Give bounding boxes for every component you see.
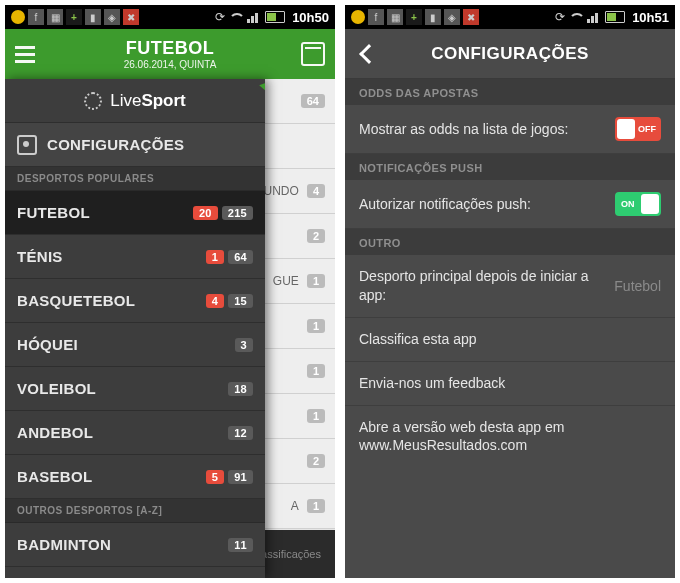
sport-name: VOLEIBOL — [17, 380, 96, 397]
sport-item[interactable]: HÓQUEI3 — [5, 323, 265, 367]
header-subtitle: 26.06.2014, QUINTA — [39, 59, 301, 70]
sport-item[interactable]: BASQUETEBOL415 — [5, 279, 265, 323]
brand-row: LiveSport — [5, 79, 265, 123]
row-show-odds[interactable]: Mostrar as odds na lista de jogos: OFF — [345, 105, 675, 154]
toggle-state: ON — [621, 199, 635, 209]
bg-row-count: 1 — [307, 319, 325, 333]
app-header: FUTEBOL 26.06.2014, QUINTA — [5, 29, 335, 79]
section-odds: ODDS DAS APOSTAS — [345, 79, 675, 105]
total-count-badge: 215 — [222, 206, 253, 220]
app-icon: ▮ — [425, 9, 441, 25]
battery-icon — [265, 11, 285, 23]
sport-name: TÉNIS — [17, 248, 63, 265]
calendar-icon: ▦ — [387, 9, 403, 25]
total-count-badge: 64 — [228, 250, 253, 264]
clock: 10h51 — [632, 10, 669, 25]
brand-suffix: Sport — [141, 91, 185, 110]
plus-icon: + — [406, 9, 422, 25]
wifi-icon — [569, 11, 583, 23]
livesport-logo-icon — [84, 92, 102, 110]
row-label: Envia-nos um feedback — [359, 374, 661, 393]
sync-icon: ⟳ — [215, 10, 225, 24]
live-count-badge: 1 — [206, 250, 224, 264]
other-sports-section-header: OUTROS DESPORTOS [A-Z] — [5, 499, 265, 523]
row-label: Desporto principal depois de iniciar a a… — [359, 267, 614, 305]
settings-menu-item[interactable]: CONFIGURAÇÕES — [5, 123, 265, 167]
total-count-badge: 3 — [235, 338, 253, 352]
plus-icon: + — [66, 9, 82, 25]
notification-icon — [11, 10, 25, 24]
bg-row-count: 2 — [307, 229, 325, 243]
section-push: NOTIFICAÇÕES PUSH — [345, 154, 675, 180]
row-default-sport[interactable]: Desporto principal depois de iniciar a a… — [345, 255, 675, 318]
live-count-badge: 4 — [206, 294, 224, 308]
total-count-badge: 12 — [228, 426, 253, 440]
total-count-badge: 11 — [228, 538, 253, 552]
row-feedback[interactable]: Envia-nos um feedback — [345, 362, 675, 406]
sync-icon: ⟳ — [555, 10, 565, 24]
row-rate-app[interactable]: Classifica esta app — [345, 318, 675, 362]
toggle-push[interactable]: ON — [615, 192, 661, 216]
row-label: Mostrar as odds na lista de jogos: — [359, 120, 615, 139]
sport-name: ANDEBOL — [17, 424, 93, 441]
row-label: Autorizar notificações push: — [359, 195, 615, 214]
settings-label: CONFIGURAÇÕES — [47, 136, 184, 153]
total-count-badge: 91 — [228, 470, 253, 484]
menu-button[interactable] — [15, 42, 39, 66]
wifi-icon — [229, 11, 243, 23]
sport-name: BASEBOL — [17, 468, 92, 485]
facebook-icon: f — [368, 9, 384, 25]
page-title: CONFIGURAÇÕES — [357, 44, 663, 64]
tag-icon: ◈ — [444, 9, 460, 25]
row-label: Abre a versão web desta app em www.MeusR… — [359, 418, 661, 456]
settings-body: ODDS DAS APOSTAS Mostrar as odds na list… — [345, 79, 675, 578]
section-other: OUTRO — [345, 229, 675, 255]
bg-row-count: 2 — [307, 454, 325, 468]
gear-icon — [17, 135, 37, 155]
live-count-badge: 5 — [206, 470, 224, 484]
row-web-version[interactable]: Abre a versão web desta app em www.MeusR… — [345, 406, 675, 468]
sport-name: BADMINTON — [17, 536, 111, 553]
sport-item[interactable]: BADMINTON11 — [5, 523, 265, 567]
navigation-drawer: LiveSport CONFIGURAÇÕES DESPORTOS POPULA… — [5, 79, 265, 578]
sport-item[interactable]: ANDEBOL12 — [5, 411, 265, 455]
bg-row-label: A — [291, 499, 299, 513]
calendar-button[interactable] — [301, 42, 325, 66]
sport-item[interactable]: TÉNIS164 — [5, 235, 265, 279]
bg-row-count: 64 — [301, 94, 325, 108]
bg-row-count: 1 — [307, 364, 325, 378]
brand-prefix: Live — [110, 91, 141, 110]
bg-row-label: GUE — [273, 274, 299, 288]
sport-item[interactable]: FUTEBOL20215 — [5, 191, 265, 235]
row-push-auth[interactable]: Autorizar notificações push: ON — [345, 180, 675, 229]
settings-header: CONFIGURAÇÕES — [345, 29, 675, 79]
app-icon: ▮ — [85, 9, 101, 25]
bg-row-count: 4 — [307, 184, 325, 198]
signal-icon — [587, 11, 601, 23]
phone-left-drawer-screen: f ▦ + ▮ ◈ ✖ ⟳ 10h50 FUTEBOL 26.06.2014, … — [5, 5, 335, 578]
clock: 10h50 — [292, 10, 329, 25]
tutorial-arrow-icon — [259, 79, 265, 112]
tag-icon: ◈ — [104, 9, 120, 25]
row-value: Futebol — [614, 278, 661, 294]
cross-icon: ✖ — [463, 9, 479, 25]
signal-icon — [247, 11, 261, 23]
bg-row-count: 1 — [307, 409, 325, 423]
status-bar: f ▦ + ▮ ◈ ✖ ⟳ 10h50 — [5, 5, 335, 29]
sport-name: FUTEBOL — [17, 204, 90, 221]
sport-item[interactable]: VOLEIBOL18 — [5, 367, 265, 411]
status-bar: f ▦ + ▮ ◈ ✖ ⟳ 10h51 — [345, 5, 675, 29]
phone-right-settings-screen: f ▦ + ▮ ◈ ✖ ⟳ 10h51 CONFIGURAÇÕES ODDS D… — [345, 5, 675, 578]
back-button[interactable] — [357, 43, 379, 65]
sport-name: HÓQUEI — [17, 336, 78, 353]
bg-row-count: 1 — [307, 274, 325, 288]
sport-item[interactable]: BASEBOL591 — [5, 455, 265, 499]
header-title: FUTEBOL — [39, 38, 301, 59]
bg-row-label: UNDO — [264, 184, 299, 198]
sport-name: BASQUETEBOL — [17, 292, 135, 309]
toggle-show-odds[interactable]: OFF — [615, 117, 661, 141]
notification-icon — [351, 10, 365, 24]
cross-icon: ✖ — [123, 9, 139, 25]
live-count-badge: 20 — [193, 206, 218, 220]
toggle-state: OFF — [638, 124, 656, 134]
